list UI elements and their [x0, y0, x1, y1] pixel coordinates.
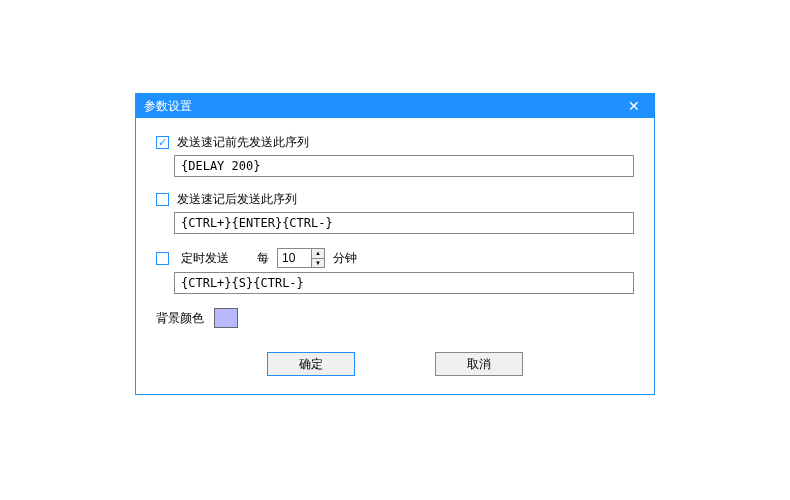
input-after-send-sequence[interactable]	[174, 212, 634, 234]
option-timer-row: 定时发送 每 ▲ ▼ 分钟	[156, 248, 634, 268]
dialog-buttons: 确定 取消	[156, 352, 634, 380]
label-unit: 分钟	[333, 250, 357, 267]
option-after-send-row: 发送速记后发送此序列	[156, 191, 634, 208]
spinner-up[interactable]: ▲	[312, 249, 324, 259]
bgcolor-picker[interactable]	[214, 308, 238, 328]
settings-dialog: 参数设置 ✕ 发送速记前先发送此序列 发送速记后发送此序列 定时发送 每 ▲ ▼	[135, 93, 655, 395]
input-timer-sequence[interactable]	[174, 272, 634, 294]
spinner-down[interactable]: ▼	[312, 259, 324, 268]
close-button[interactable]: ✕	[614, 94, 654, 118]
ok-button[interactable]: 确定	[267, 352, 355, 376]
interval-input[interactable]	[277, 248, 311, 268]
input-before-send-sequence[interactable]	[174, 155, 634, 177]
titlebar[interactable]: 参数设置 ✕	[136, 94, 654, 118]
checkbox-before-send[interactable]	[156, 136, 169, 149]
close-icon: ✕	[628, 98, 640, 114]
bgcolor-row: 背景颜色	[156, 308, 634, 328]
ok-button-label: 确定	[299, 356, 323, 373]
checkbox-timer[interactable]	[156, 252, 169, 265]
cancel-button[interactable]: 取消	[435, 352, 523, 376]
label-after-send: 发送速记后发送此序列	[177, 191, 297, 208]
dialog-content: 发送速记前先发送此序列 发送速记后发送此序列 定时发送 每 ▲ ▼ 分钟 背景颜…	[136, 118, 654, 394]
cancel-button-label: 取消	[467, 356, 491, 373]
option-before-send-row: 发送速记前先发送此序列	[156, 134, 634, 151]
label-timer: 定时发送	[181, 250, 229, 267]
spinner-buttons: ▲ ▼	[311, 248, 325, 268]
checkbox-after-send[interactable]	[156, 193, 169, 206]
label-every: 每	[257, 250, 269, 267]
interval-spinner: ▲ ▼	[277, 248, 325, 268]
label-bgcolor: 背景颜色	[156, 310, 204, 327]
label-before-send: 发送速记前先发送此序列	[177, 134, 309, 151]
dialog-title: 参数设置	[144, 98, 614, 115]
